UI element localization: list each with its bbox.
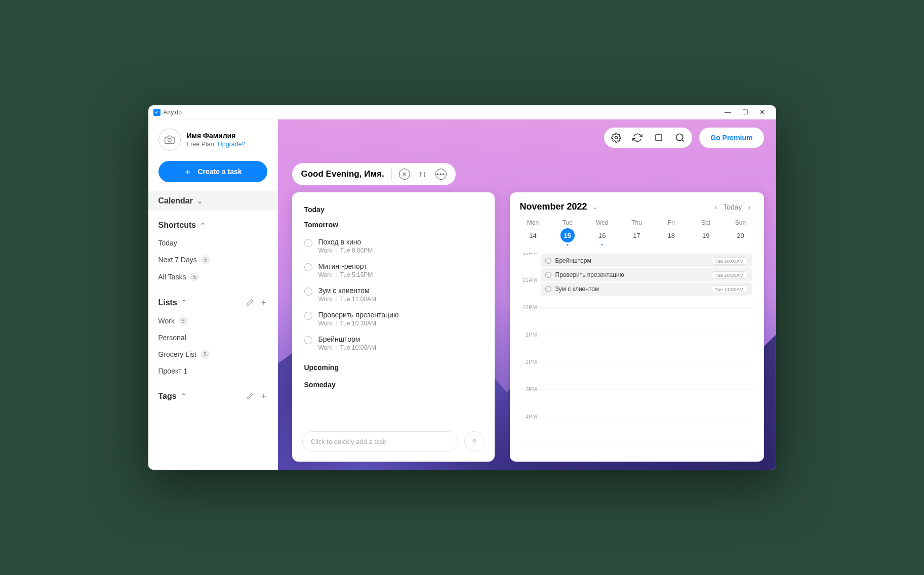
sidebar-list-grocery[interactable]: Grocery List 5 [148,346,277,363]
sidebar-list-project1[interactable]: Проект 1 [148,363,277,379]
avatar[interactable] [158,129,181,151]
chevron-up-icon: ⌃ [181,392,186,400]
arrow-up-icon [470,437,478,445]
main-content: Go Premium Good Evening, Имя. ✕ ↑↓ ••• T… [278,119,776,470]
sidebar-section-shortcuts[interactable]: Shortcuts ⌃ [148,216,277,235]
chevron-up-icon: ⌃ [181,299,187,306]
profile-name: Имя Фамилия [187,132,246,140]
calendar-date[interactable]: 20 [733,228,747,242]
sync-icon[interactable] [632,133,642,143]
sidebar-section-tags[interactable]: Tags ⌃ ＋ [148,386,277,406]
sidebar-shortcut-alltasks[interactable]: All Tasks 5 [148,268,277,285]
calendar-next-button[interactable]: › [745,202,754,211]
tasks-section-upcoming[interactable]: Upcoming [304,363,483,372]
window-minimize-button[interactable]: — [719,108,737,116]
task-checkbox[interactable] [304,312,312,320]
sidebar-list-personal[interactable]: Personal [148,330,277,346]
task-row[interactable]: Брейншторм Work|Tue 10:00AM [304,332,483,356]
calendar-header: November 2022 ⌄ ‹ Today › [520,201,754,212]
task-checkbox[interactable] [304,263,312,271]
calendar-event[interactable]: Проверить презентацию Tue 10:30AM [541,268,752,281]
square-icon[interactable] [654,133,664,143]
quickadd-submit-button[interactable] [464,431,485,451]
calendar-date[interactable]: 18 [664,228,678,242]
window-close-button[interactable]: ✕ [754,108,771,116]
svg-point-1 [615,137,618,139]
topbar: Go Premium [604,128,764,148]
calendar-date[interactable]: 19 [699,228,713,242]
sort-icon[interactable]: ↑↓ [417,169,428,180]
calendar-event[interactable]: Зум с клиентом Tue 11:00AM [541,282,752,296]
event-checkbox[interactable] [545,286,551,292]
quickadd-input[interactable] [302,431,458,451]
sidebar-section-calendar[interactable]: Calendar ⌄ [148,191,277,211]
task-row[interactable]: Митинг-репорт Work|Tue 5:15PM [304,259,483,283]
calendar-month: November 2022 [520,201,587,212]
calendar-today-button[interactable]: Today [723,203,742,211]
calendar-dates: 14 15 16 17 18 19 20 [520,228,754,248]
count-badge: 5 [179,316,188,325]
plus-icon: ＋ [183,166,192,178]
calendar-date[interactable]: 14 [526,228,540,242]
task-row[interactable]: Зум с клиентом Work|Tue 11:00AM [304,283,483,308]
calendar-prev-button[interactable]: ‹ [711,202,720,211]
count-badge: 5 [200,350,210,359]
calendar-date[interactable]: 16 [595,228,609,242]
app-title: Any.do [164,109,182,116]
event-checkbox[interactable] [545,272,551,278]
tasks-section-today[interactable]: Today [304,206,483,214]
greeting-text: Good Evening, Имя. [301,169,384,179]
task-checkbox[interactable] [304,239,312,247]
event-dot-icon [601,244,603,245]
tasks-section-someday[interactable]: Someday [304,381,483,389]
pencil-icon[interactable] [246,392,254,400]
app-window: Any.do — ☐ ✕ Имя Фамилия Free Plan. Upgr… [148,105,776,470]
task-checkbox[interactable] [304,336,312,344]
svg-rect-2 [656,135,662,141]
calendar-timeline: 10AM 11AM 12PM 1PM 2PM 3PM 4PM [520,253,754,462]
create-task-button[interactable]: ＋ Create a task [158,161,267,182]
chevron-down-icon: ⌄ [197,197,203,205]
profile: Имя Фамилия Free Plan. Upgrade? [148,119,277,156]
calendar-date[interactable]: 15 [560,228,575,242]
sidebar-section-lists[interactable]: Lists ⌃ ＋ [148,293,277,312]
chevron-up-icon: ⌃ [200,222,206,229]
window-maximize-button[interactable]: ☐ [737,108,754,116]
tasks-section-tomorrow[interactable]: Tomorrow [304,221,483,229]
greeting-pill: Good Evening, Имя. ✕ ↑↓ ••• [292,163,456,185]
toolbar-pill [604,128,692,148]
pencil-icon[interactable] [246,299,254,306]
calendar-card: November 2022 ⌄ ‹ Today › Mon Tue Wed Th… [510,192,764,462]
sidebar-list-work[interactable]: Work 5 [148,312,277,330]
gear-icon[interactable] [611,133,621,143]
app-logo-icon [153,109,160,116]
sidebar-shortcut-today[interactable]: Today [148,235,277,251]
profile-plan: Free Plan. Upgrade? [187,141,246,148]
more-icon[interactable]: ••• [435,169,447,180]
svg-point-3 [676,134,683,141]
titlebar: Any.do — ☐ ✕ [148,105,776,119]
task-checkbox[interactable] [304,288,312,296]
task-row[interactable]: Проверить презентацию Work|Tue 10:30AM [304,308,483,332]
calendar-weekdays: Mon Tue Wed Thu Fri Sat Sun [520,219,754,226]
chevron-down-icon[interactable]: ⌄ [592,203,598,211]
calendar-event[interactable]: Брейншторм Tue 10:00AM [541,254,752,267]
tasks-card: Today Tomorrow Поход в кино Work|Tue 8:0… [292,192,495,462]
upgrade-link[interactable]: Upgrade? [218,141,246,148]
plus-icon[interactable]: ＋ [260,298,267,307]
event-checkbox[interactable] [545,258,551,264]
search-icon[interactable] [675,133,685,143]
camera-icon [165,135,175,145]
svg-line-4 [682,140,684,142]
go-premium-button[interactable]: Go Premium [699,128,764,148]
plus-icon[interactable]: ＋ [260,391,267,401]
sidebar: Имя Фамилия Free Plan. Upgrade? ＋ Create… [148,119,278,470]
count-badge: 5 [201,255,210,264]
event-dot-icon [567,244,568,245]
count-badge: 5 [190,272,199,281]
sidebar-shortcut-next7[interactable]: Next 7 Days 5 [148,251,277,268]
task-row[interactable]: Поход в кино Work|Tue 8:00PM [304,235,483,259]
svg-point-0 [168,139,171,142]
clear-icon[interactable]: ✕ [399,169,410,180]
calendar-date[interactable]: 17 [629,228,644,242]
